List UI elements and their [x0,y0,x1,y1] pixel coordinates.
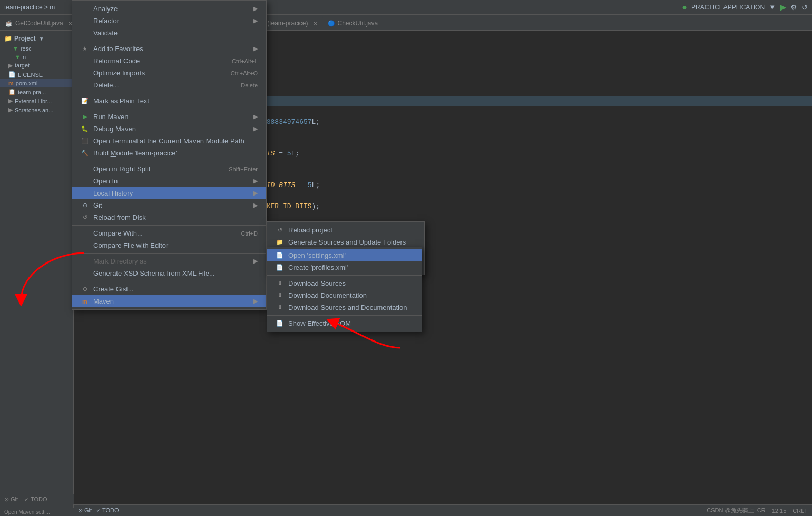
cm-item-create-gist[interactable]: ⊙ Create Gist... [72,283,266,295]
submenu-arrow: ▶ [253,298,258,305]
submenu-arrow: ▶ [253,202,258,209]
show-pom-icon: 📄 [276,320,284,327]
cm-item-mark-directory: Mark Directory as ▶ [72,255,266,267]
reload-icon: ↺ [81,214,89,221]
sub-show-pom[interactable]: 📄 Show Effective POM [267,317,422,329]
sub-download-both[interactable]: ⬇ Download Sources and Documentation [267,301,422,314]
cm-item-refactor[interactable]: Refactor ▶ [72,15,266,27]
folder-icon: ▼ [13,45,18,52]
cm-label-compare-with: Compare With... [93,229,143,237]
tab-label: GetCodeUtil.java [15,20,63,27]
cm-item-validate[interactable]: Validate [72,27,266,39]
sidebar-item-license[interactable]: 📄 LICENSE [0,70,73,79]
cm-item-open-terminal[interactable]: ⬛ Open Terminal at the Current Maven Mod… [72,135,266,147]
sub-label-open-settings: Open 'settings.xml' [288,251,346,259]
tab-checkutil[interactable]: 🔵 CheckUtil.java [322,16,384,30]
cm-label-local-history: Local History [93,189,133,197]
sub-reload-project[interactable]: ↺ Reload project [267,224,424,236]
refresh-icon[interactable]: ↺ [801,3,808,12]
sub-create-profiles[interactable]: 📄 Create 'profiles.xml' [267,261,422,274]
sidebar-item-n[interactable]: ▼ n [0,53,73,61]
sidebar-item-scratches[interactable]: ▶ Scratches an... [0,105,73,114]
tab-label: CheckUtil.java [338,20,378,27]
cm-item-optimize[interactable]: Optimize Imports Ctrl+Alt+O [72,67,266,79]
reformat-shortcut: Ctrl+Alt+L [232,58,258,64]
scratch-icon: ▶ [8,106,13,113]
cm-label-maven: Maven [93,297,114,305]
sidebar-item-label: Scratches an... [15,107,53,113]
sidebar-dropdown-icon[interactable]: ▼ [39,36,44,42]
cm-label-mark-plain: Mark as Plain Text [93,97,149,105]
open-maven-settings[interactable]: Open Maven setti... [0,508,74,516]
cm-item-open-right-split[interactable]: Open in Right Split Shift+Enter [72,163,266,175]
cm-item-git[interactable]: ⊙ Git ▶ [72,199,266,211]
cm-label-reformat: Reformat Code [93,57,140,65]
sidebar-item-resc[interactable]: ▼ resc [0,44,73,53]
java-icon2: 🔵 [328,20,335,27]
cm-label-debug-maven: Debug Maven [93,125,136,133]
sidebar-item-label: n [23,54,26,60]
sub-label-gen-sources: Generate Sources and Update Folders [288,238,406,246]
gear-icon[interactable]: ⚙ [790,3,797,12]
cm-item-build-module[interactable]: 🔨 Build Module 'team-pracice' [72,147,266,159]
cm-item-reload-disk[interactable]: ↺ Reload from Disk [72,211,266,223]
run-icon[interactable]: ▶ [780,2,786,12]
submenu-arrow: ▶ [253,17,258,24]
gen-sources-icon: 📁 [276,239,284,246]
git-status-icon[interactable]: ⊙ Git [78,507,92,514]
cm-label-gen-xsd: Generate XSD Schema from XML File... [93,269,215,277]
sidebar-header: 📁 Project ▼ [0,33,73,44]
cm-item-local-history[interactable]: Local History ▶ [72,187,266,199]
dropdown-icon[interactable]: ▼ [769,3,776,11]
delete-shortcut: Delete [241,82,258,89]
separator [72,161,266,161]
cm-item-reformat[interactable]: Reformat Code Ctrl+Alt+L [72,55,266,67]
cm-item-debug-maven[interactable]: 🐛 Debug Maven ▶ [72,123,266,135]
cm-item-delete[interactable]: Delete... Delete [72,79,266,91]
sidebar-item-label: team-pra... [18,89,46,95]
sub-download-sources[interactable]: ⬇ Download Sources [267,277,422,289]
cm-item-mark-plain[interactable]: 📝 Mark as Plain Text [72,95,266,107]
profiles-icon: 📄 [276,264,284,271]
cm-label-git: Git [93,201,102,209]
context-menu: Analyze ▶ Refactor ▶ Validate ★ Add to F… [72,0,267,310]
crlf-label: CRLF [793,508,808,514]
sidebar-item-ext-lib[interactable]: ▶ External Libr... [0,96,73,105]
cm-label-optimize: Optimize Imports [93,69,145,77]
tab-close-icon[interactable]: ✕ [313,21,317,26]
cm-item-run-maven[interactable]: ▶ Run Maven ▶ [72,111,266,123]
todo-status-icon[interactable]: ✓ TODO [96,507,119,514]
sidebar-item-target[interactable]: ▶target [0,61,73,70]
sub-open-settings[interactable]: 📄 Open 'settings.xml' [267,249,422,261]
submenu-arrow: ▶ [253,178,258,184]
sidebar-item-team[interactable]: 📋 team-pra... [0,87,73,96]
sub-download-docs[interactable]: ⬇ Download Documentation [267,289,422,301]
team-file-icon: 📋 [8,89,16,95]
top-bar-right: ● PRACTICEAPPLICATION ▼ ▶ ⚙ ↺ [682,2,808,12]
sub-label-download-both: Download Sources and Documentation [288,304,407,311]
cm-item-analyze[interactable]: Analyze ▶ [72,3,266,15]
tab-getcodeutil[interactable]: ☕ GetCodeUtil.java ✕ [0,16,77,30]
separator [267,275,422,276]
cm-label-open-in: Open In [93,177,118,185]
settings-xml-icon: 📄 [276,252,284,259]
file-icon: 📄 [8,71,16,78]
download-sources-icon: ⬇ [276,280,284,287]
cm-item-gen-xsd[interactable]: Generate XSD Schema from XML File... [72,267,266,279]
cm-item-maven[interactable]: m Maven ▶ [72,295,266,307]
status-bar: ⊙ Git ✓ TODO CSDN @兔先骑上_CR 12:15 CRLF [74,504,812,516]
git-footer-label[interactable]: ⊙ Git [4,496,18,503]
cm-item-compare-with[interactable]: Compare With... Ctrl+D [72,227,266,239]
gist-icon: ⊙ [81,286,89,293]
submenu-arrow: ▶ [253,190,258,197]
line-col-label: 12:15 [772,508,787,514]
cm-item-add-favorites[interactable]: ★ Add to Favorites ▶ [72,43,266,55]
cm-item-compare-editor[interactable]: Compare File with Editor [72,239,266,251]
sub-label-show-pom: Show Effective POM [288,319,351,327]
cm-label-reload-disk: Reload from Disk [93,213,146,221]
sub-label-download-docs: Download Documentation [288,291,367,299]
todo-footer-label[interactable]: ✓ TODO [24,496,47,503]
cm-item-open-in[interactable]: Open In ▶ [72,175,266,187]
separator [72,253,266,254]
sidebar-item-pomxml[interactable]: m pom.xml [0,79,73,87]
